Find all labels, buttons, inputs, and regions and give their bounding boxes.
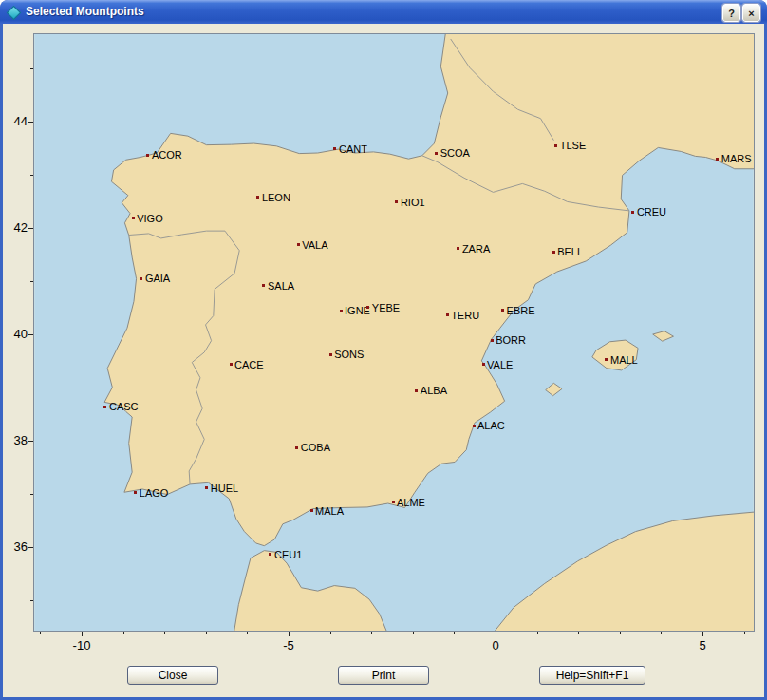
station-label: BORR <box>496 333 526 347</box>
x-tick <box>371 632 372 634</box>
x-tick <box>82 632 83 636</box>
x-tick <box>164 632 165 634</box>
print-button[interactable]: Print <box>338 666 429 685</box>
station-marker <box>256 196 259 199</box>
y-tick <box>28 228 33 229</box>
station-label: LEON <box>262 191 290 204</box>
station-label: CACE <box>234 358 264 371</box>
x-tick <box>206 632 207 634</box>
x-tick-label: 5 <box>683 638 721 653</box>
station-marker <box>457 247 459 250</box>
station-label: MALA <box>315 504 344 518</box>
station-marker <box>103 406 106 408</box>
station-label: ALAC <box>477 419 505 432</box>
x-tick <box>40 632 41 634</box>
help-icon[interactable]: ? <box>722 4 740 22</box>
station-label: ALME <box>397 496 425 509</box>
station-label: GAIA <box>145 272 170 285</box>
x-tick <box>454 632 455 634</box>
close-button[interactable]: Close <box>127 666 218 685</box>
station-label: SALA <box>268 279 294 293</box>
x-tick <box>247 632 248 634</box>
x-tick <box>744 632 745 634</box>
station-label: RIO1 <box>401 196 425 209</box>
x-tick <box>330 632 331 634</box>
y-tick <box>30 281 33 282</box>
window-title: Selected Mountpoints <box>26 5 144 18</box>
x-tick <box>289 632 290 636</box>
station-label: ZARA <box>462 242 490 255</box>
station-marker <box>295 446 298 449</box>
station-marker <box>631 211 634 214</box>
station-marker <box>366 306 369 309</box>
y-tick <box>28 441 33 442</box>
y-tick-label: 44 <box>4 114 28 128</box>
station-label: MALL <box>610 353 638 367</box>
station-label: TLSE <box>560 139 587 152</box>
station-marker <box>446 313 449 316</box>
station-marker <box>297 243 300 246</box>
y-tick <box>30 388 33 388</box>
station-label: EBRE <box>507 304 535 317</box>
selected-mountpoints-window: Selected Mountpoints ? × ACORVIGOGAIACAS… <box>0 0 767 700</box>
station-marker <box>230 363 233 366</box>
x-tick <box>413 632 414 634</box>
station-marker <box>329 353 332 356</box>
station-marker <box>473 425 476 427</box>
y-tick-label: 38 <box>4 433 28 447</box>
station-label: VALA <box>302 238 327 252</box>
station-marker <box>140 277 142 280</box>
station-marker <box>435 152 438 155</box>
station-marker <box>716 158 719 161</box>
y-tick <box>30 494 33 495</box>
station-label: HUEL <box>211 482 238 495</box>
station-marker <box>310 509 313 512</box>
station-label: LAGO <box>140 486 169 500</box>
station-marker <box>146 154 149 157</box>
x-tick-label: -5 <box>270 638 308 653</box>
dialog-body: ACORVIGOGAIACASCLAGOHUELCEU1MALAALMEALAC… <box>3 24 764 697</box>
y-tick-label: 40 <box>4 327 28 341</box>
x-tick <box>661 632 662 634</box>
station-marker <box>340 310 343 312</box>
y-tick-label: 36 <box>4 539 28 554</box>
y-tick <box>30 175 33 176</box>
station-marker <box>333 147 336 150</box>
close-icon[interactable]: × <box>742 4 760 22</box>
y-tick <box>30 600 33 601</box>
help-button[interactable]: Help=Shift+F1 <box>539 666 645 685</box>
station-label: MARS <box>721 152 752 165</box>
station-marker <box>605 358 608 361</box>
x-tick <box>620 632 621 634</box>
station-label: COBA <box>301 441 330 454</box>
station-label: VALE <box>487 358 513 371</box>
x-tick <box>496 632 496 636</box>
station-marker <box>269 553 271 556</box>
y-tick <box>30 68 33 69</box>
station-marker <box>392 501 395 503</box>
station-marker <box>395 200 398 203</box>
station-marker <box>134 491 137 494</box>
station-marker <box>482 363 485 366</box>
y-tick <box>28 122 33 123</box>
station-marker <box>491 339 494 342</box>
station-marker <box>552 251 555 254</box>
station-label: TERU <box>451 309 479 322</box>
station-label: ALBA <box>421 384 447 397</box>
x-tick <box>537 632 538 634</box>
station-label: ACOR <box>152 148 182 161</box>
station-label: BELL <box>557 245 583 258</box>
x-tick-label: 0 <box>477 638 514 653</box>
x-tick-label: -10 <box>63 638 101 653</box>
title-bar[interactable]: Selected Mountpoints ? × <box>0 0 767 24</box>
station-marker <box>415 389 418 392</box>
station-marker <box>262 284 265 287</box>
y-tick <box>28 547 33 548</box>
app-icon <box>7 6 22 21</box>
station-marker <box>205 486 208 489</box>
station-label: SCOA <box>440 146 470 160</box>
x-tick <box>578 632 579 634</box>
station-marker <box>132 217 135 219</box>
station-marker <box>554 144 557 147</box>
y-tick-label: 42 <box>4 220 28 235</box>
